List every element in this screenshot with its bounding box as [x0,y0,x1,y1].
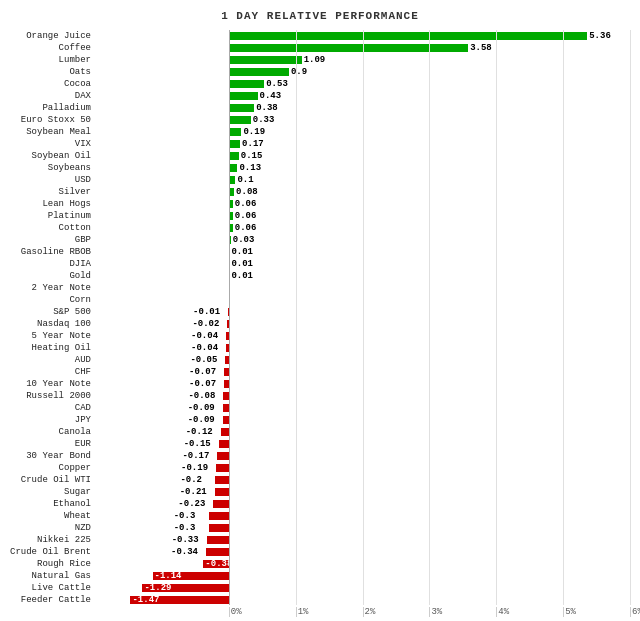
bar [229,188,234,196]
row-label: Sugar [10,487,95,497]
row-label: Lumber [10,55,95,65]
bar-area: 0.53 [95,79,630,88]
bar-value-label: -0.21 [180,487,207,497]
row-label: USD [10,175,95,185]
bar-value-label: 0.13 [239,163,261,173]
axis-tick: 3% [429,607,442,617]
bar-area: -0.09 [95,403,630,412]
row-label: Palladium [10,103,95,113]
zero-line [229,463,230,472]
zero-line [229,427,230,436]
bar [229,200,233,208]
zero-line [229,343,230,352]
chart-row: Feeder Cattle-1.47 [10,594,630,605]
bar-value-label: -0.33 [172,535,199,545]
bar-value-label: -0.38 [205,559,232,569]
bar-value-label: -0.08 [188,391,215,401]
bar-area: 0.01 [95,271,630,280]
bar-area: -0.04 [95,331,630,340]
bar [229,128,242,136]
zero-line [229,367,230,376]
bar-area: -0.17 [95,451,630,460]
bar-value-label: -0.07 [189,379,216,389]
bar-area: -0.33 [95,535,630,544]
chart-row: Sugar-0.21 [10,486,630,497]
chart-row: Copper-0.19 [10,462,630,473]
chart-row: Soybean Oil0.15 [10,150,630,161]
bar-area [95,283,630,292]
row-label: Nikkei 225 [10,535,95,545]
bar-value-label: 1.09 [304,55,326,65]
zero-line [229,511,230,520]
bar-area: -0.3 [95,523,630,532]
bar-area: 0.9 [95,67,630,76]
bar [229,140,240,148]
bar-value-label: 3.58 [470,43,492,53]
zero-line [229,499,230,508]
chart-row: 2 Year Note [10,282,630,293]
bar-area: 0.08 [95,187,630,196]
bar-area: -1.29 [95,583,630,592]
row-label: Live Cattle [10,583,95,593]
bar [229,92,258,100]
bar [224,380,229,388]
bar-area: 0.15 [95,151,630,160]
chart-row: Gold0.01 [10,270,630,281]
bar-value-label: 0.33 [253,115,275,125]
zero-line [229,523,230,532]
row-label: Cotton [10,223,95,233]
bar-value-label: -0.15 [184,439,211,449]
bar [206,548,229,556]
zero-line [229,547,230,556]
chart-container: 1 DAY RELATIVE PERFORMANCE Orange Juice5… [0,0,640,621]
bar [226,332,229,340]
bar [215,488,229,496]
row-label: EUR [10,439,95,449]
bar-area [95,295,630,304]
zero-line [229,583,230,592]
row-label: Silver [10,187,95,197]
chart-row: Wheat-0.3 [10,510,630,521]
row-label: Gold [10,271,95,281]
row-label: Crude Oil Brent [10,547,95,557]
row-label: Soybean Meal [10,127,95,137]
bar-area: 0.33 [95,115,630,124]
bar-value-label: 5.36 [589,31,611,41]
bar-value-label: -0.04 [191,331,218,341]
bar [223,392,228,400]
zero-line [229,331,230,340]
chart-row: Soybeans0.13 [10,162,630,173]
bar-value-label: 0.38 [256,103,278,113]
zero-line [229,415,230,424]
bar [229,164,238,172]
bar-value-label: 0.1 [237,175,253,185]
row-label: Platinum [10,211,95,221]
chart-row: USD0.1 [10,174,630,185]
axis-tick: 6% [630,607,640,617]
bar-area: 0.1 [95,175,630,184]
bar-value-label: 0.06 [235,199,257,209]
bar-area: 0.06 [95,199,630,208]
axis-tick: 2% [363,607,376,617]
bar-value-label: -0.09 [188,403,215,413]
bar-value-label: -0.2 [180,475,202,485]
zero-line [229,295,230,304]
zero-line [229,379,230,388]
bar-value-label: 0.19 [243,127,265,137]
chart-row: Crude Oil WTI-0.2 [10,474,630,485]
chart-row: JPY-0.09 [10,414,630,425]
chart-row: Cotton0.06 [10,222,630,233]
zero-line [229,535,230,544]
bar-area: -0.01 [95,307,630,316]
row-label: Canola [10,427,95,437]
bar-area: -0.15 [95,439,630,448]
bar-value-label: -1.47 [132,595,159,605]
bar [221,428,229,436]
row-label: Soybean Oil [10,151,95,161]
bar [229,248,230,256]
chart-row: DJIA0.01 [10,258,630,269]
row-label: GBP [10,235,95,245]
bar [227,320,228,328]
bar-area: 0.01 [95,259,630,268]
bar-area: 0.19 [95,127,630,136]
